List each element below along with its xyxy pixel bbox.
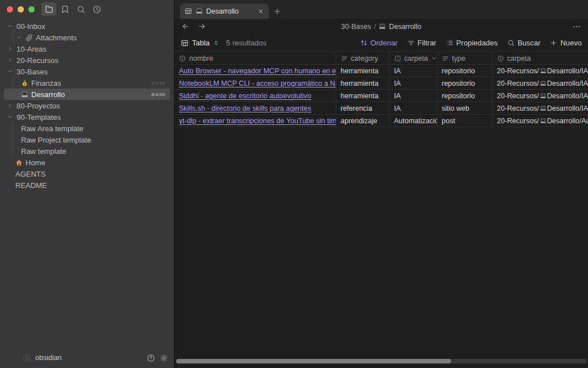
cell-carpeta[interactable]: IA [389,65,437,77]
chevron-right-icon[interactable] [7,57,16,63]
back-arrow-icon[interactable] [181,22,190,31]
more-options-icon[interactable] [572,22,581,31]
cell-nombre[interactable]: yt-dlp - extraer transcripciones de YouT… [174,115,336,127]
tree-item-finanzas[interactable]: $FinanzasBASE [4,77,170,89]
filter-button[interactable]: Filtrar [407,39,436,47]
note-link[interactable]: Auto Browser - navegador MCP con humano … [179,67,336,75]
note-link[interactable]: Skills.sh - directorio de skills para ag… [179,104,311,112]
new-tab-button[interactable] [269,3,286,19]
cell-carpeta-path[interactable]: 20-Recursos/Desarrollo/IA [492,102,588,115]
cell-category[interactable]: aprendizaje [336,115,389,127]
cell-type[interactable]: repositorio [437,65,492,77]
toolbar-actions: Ordenar Filtrar Propiedades [360,39,582,47]
sort-button[interactable]: Ordenar [360,39,398,47]
breadcrumb-parent[interactable]: 30-Bases [341,23,371,31]
cell-carpeta[interactable]: Automatización [389,115,437,127]
tree-item-attachments[interactable]: Attachments [4,32,170,43]
tree-item-10-areas[interactable]: 10-Areas [4,43,170,55]
new-button[interactable]: Nuevo [550,39,582,47]
settings-gear-icon[interactable] [160,354,168,362]
cell-carpeta[interactable]: IA [389,102,437,115]
column-header-nombre[interactable]: nombre [174,52,336,65]
tree-item-agents[interactable]: AGENTS [4,168,170,179]
paperclip-icon [26,34,34,41]
cell-nombre[interactable]: NotebookLM MCP CLI - acceso programático… [174,77,336,90]
note-link[interactable]: NotebookLM MCP CLI - acceso programático… [179,80,336,87]
cell-category[interactable]: referencia [336,102,389,115]
tree-item-raw-template[interactable]: Raw template [4,145,170,157]
tree-item-label: 00-Inbox [16,22,45,31]
view-type-selector[interactable]: Tabla [181,39,219,47]
tree-item-label: README [15,181,47,190]
breadcrumb-separator: / [374,23,376,31]
close-window-button[interactable] [7,6,13,12]
breadcrumb-current[interactable]: Desarrollo [389,23,422,31]
tree-item-label: Finanzas [31,79,61,87]
column-header-type[interactable]: type [437,52,492,65]
tree-item-90-templates[interactable]: 90-Templates [4,111,170,123]
folder-path-suffix: Desarrollo/IA [547,67,588,75]
search-icon [507,39,515,47]
files-icon[interactable] [41,2,56,16]
properties-button[interactable]: Propiedades [446,39,498,47]
chevron-right-icon[interactable] [7,103,16,108]
tree-item-20-recursos[interactable]: 20-Recursos [4,55,170,66]
cell-type[interactable]: repositorio [437,77,492,90]
tab-desarrollo[interactable]: Desarrollo [180,3,269,19]
chevron-down-icon[interactable] [7,23,16,29]
bookmark-icon[interactable] [57,2,72,16]
cell-type[interactable]: repositorio [437,90,492,102]
cell-category[interactable]: herramienta [336,77,389,90]
cell-carpeta-path[interactable]: 20-Recursos/Desarrollo/IA [492,90,588,102]
search-icon[interactable] [73,2,88,16]
column-header-category[interactable]: category [336,52,389,65]
cell-nombre[interactable]: Auto Browser - navegador MCP con humano … [174,65,336,77]
tree-item-raw-area-template[interactable]: Raw Area template [4,123,170,134]
cell-category[interactable]: herramienta [336,65,389,77]
column-header-carpeta[interactable]: f carpeta [389,52,437,65]
folder-path-suffix: Desarrollo/Automa [547,117,588,125]
cell-type[interactable]: sitio web [437,102,492,115]
chevron-down-icon[interactable] [16,35,26,40]
base-toolbar: Tabla 5 resultados Ordenar Filtra [174,34,588,52]
chevron-right-icon[interactable] [7,46,16,52]
cell-carpeta[interactable]: IA [389,77,437,90]
tree-item-80-proyectos[interactable]: 80-Proyectos [4,100,170,111]
vault-name[interactable]: obsidian [35,354,62,362]
tree-item-label: Raw template [21,147,66,156]
zoom-window-button[interactable] [28,6,35,12]
tree-item-30-bases[interactable]: 30-Bases [4,66,170,77]
tab-close-icon[interactable] [257,8,264,15]
view-type-label: Tabla [192,39,210,47]
tree-item-00-inbox[interactable]: 00-Inbox [4,20,170,32]
tree-item-desarrollo[interactable]: DesarrolloBASE [4,89,170,100]
forward-arrow-icon[interactable] [198,22,206,31]
laptop-icon [540,93,547,99]
scrollbar-thumb[interactable] [176,359,451,363]
text-icon [341,55,348,62]
cell-category[interactable]: herramienta [336,90,389,102]
chevron-down-icon[interactable] [7,69,16,74]
cell-type[interactable]: post [437,115,492,127]
cell-carpeta[interactable]: IA [389,90,437,102]
cell-carpeta-path[interactable]: 20-Recursos/Desarrollo/Automa [492,115,588,127]
folder-path-prefix: 20-Recursos/ [497,80,539,87]
column-header-carpeta-2[interactable]: carpeta [492,52,588,65]
minimize-window-button[interactable] [18,6,24,12]
tree-item-home[interactable]: Home [4,157,170,168]
plus-icon [550,39,557,47]
cell-nombre[interactable]: Siddhi - agente de escritorio autoevolut… [174,90,336,102]
table-view-icon [185,7,192,15]
clock-icon[interactable] [89,2,104,16]
cell-carpeta-path[interactable]: 20-Recursos/Desarrollo/IA [492,65,588,77]
help-icon[interactable] [147,354,155,362]
chevron-down-icon[interactable] [7,114,16,120]
note-link[interactable]: yt-dlp - extraer transcripciones de YouT… [179,117,336,125]
cell-carpeta-path[interactable]: 20-Recursos/Desarrollo/IA [492,77,588,90]
chevron-down-icon[interactable] [431,56,437,61]
tree-item-readme[interactable]: README [4,179,170,191]
note-link[interactable]: Siddhi - agente de escritorio autoevolut… [179,92,311,100]
tree-item-raw-project-template[interactable]: Raw Project template [4,134,170,145]
search-button[interactable]: Buscar [507,39,540,47]
cell-nombre[interactable]: Skills.sh - directorio de skills para ag… [174,102,336,115]
